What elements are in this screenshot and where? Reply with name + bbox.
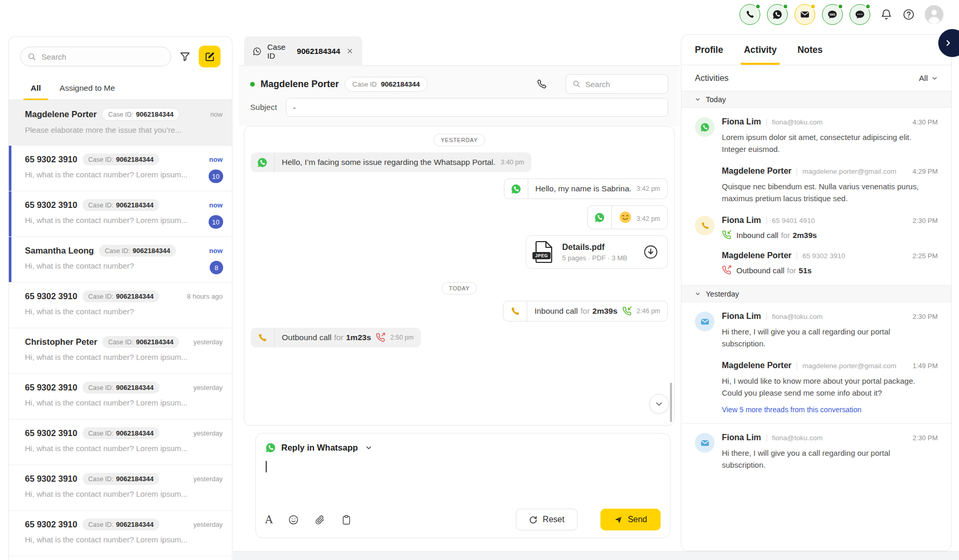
- voice-channel-button[interactable]: [739, 4, 760, 25]
- section-today[interactable]: Today: [681, 91, 951, 108]
- whatsapp-icon: [265, 442, 276, 453]
- call-label: Inbound call: [535, 306, 578, 316]
- help-icon[interactable]: [902, 8, 915, 21]
- message-time: 3:42 pm: [637, 185, 660, 193]
- icon-spacer: [695, 251, 715, 271]
- attachment-icon[interactable]: [314, 514, 325, 525]
- tab-activity[interactable]: Activity: [744, 35, 776, 65]
- icon-spacer: [695, 166, 715, 186]
- tab-profile[interactable]: Profile: [695, 35, 723, 65]
- voice-status-dot: [755, 4, 761, 9]
- sidebar-tabs: All Assigned to Me: [9, 76, 232, 100]
- conversation-name: Magdelene Porter: [25, 109, 97, 119]
- filter-button[interactable]: [180, 51, 190, 62]
- download-icon[interactable]: [643, 244, 659, 260]
- conversation-item[interactable]: 65 9302 3910 Case ID:9062184344 8 hours …: [9, 283, 232, 328]
- conversation-item[interactable]: 65 9302 3910 Case ID:9062184344 yesterda…: [9, 419, 232, 465]
- activities-filter-dropdown[interactable]: All: [919, 74, 938, 83]
- conversation-preview: Hi, what is the contact number? Lorem ip…: [25, 353, 196, 361]
- unread-badge: 10: [209, 170, 223, 183]
- conversation-item[interactable]: 65 9302 3910 Case ID:9062184344 now Hi, …: [9, 146, 232, 191]
- phone-incoming-icon: [622, 306, 632, 316]
- livechat-status-dot: [865, 4, 871, 9]
- activity-name: Fiona Lim: [722, 312, 761, 321]
- activity-contact: magdelene.porter@gmail.com: [802, 167, 896, 175]
- chat-search-input[interactable]: [585, 80, 662, 89]
- message-text: Hello, I’m facing some issue regarding t…: [282, 158, 496, 167]
- activity-contact: fiona@toku.com: [772, 118, 823, 126]
- section-yesterday[interactable]: Yesterday: [681, 285, 951, 302]
- conversation-item[interactable]: Magdelene Porter Case ID:9062184344 now …: [9, 100, 232, 146]
- tab-notes[interactable]: Notes: [798, 35, 823, 65]
- conversation-preview: Hi, what is the contact number? Lorem ip…: [25, 535, 196, 544]
- chevron-down-icon: [695, 96, 701, 102]
- file-name: Details.pdf: [562, 243, 627, 252]
- case-id-pill: Case ID:9062184344: [83, 519, 159, 530]
- message-time: 3:42 pm: [637, 215, 660, 223]
- close-icon[interactable]: [346, 47, 353, 55]
- user-avatar[interactable]: [925, 5, 943, 24]
- case-tab[interactable]: Case ID 9062184344: [244, 36, 362, 66]
- conversation-item[interactable]: 65 9302 3910 Case ID:9062184344 yesterda…: [9, 511, 232, 556]
- reset-button[interactable]: Reset: [516, 509, 578, 530]
- conversation-name: 65 9302 3910: [25, 200, 77, 210]
- conversation-list: Magdelene Porter Case ID:9062184344 now …: [9, 100, 232, 556]
- conversation-item[interactable]: 65 9302 3910 Case ID:9062184344 yesterda…: [9, 465, 232, 511]
- conversation-item[interactable]: Samantha Leong Case ID:9062184344 now Hi…: [9, 237, 232, 283]
- chevron-down-icon: [655, 400, 663, 408]
- livechat-channel-button[interactable]: [850, 4, 870, 25]
- activity-item: Fiona Limfiona@toku.com4:30 PM Lorem ips…: [681, 108, 951, 157]
- subject-input[interactable]: [286, 98, 668, 117]
- funnel-icon: [180, 51, 190, 62]
- conversation-time: yesterday: [194, 429, 223, 437]
- email-icon: [695, 312, 715, 331]
- contact-name: Magdelene Porter: [261, 79, 339, 90]
- online-status-dot: [250, 82, 255, 87]
- view-more-threads-link[interactable]: View 5 more threads from this conversati…: [722, 405, 938, 414]
- conversation-time: yesterday: [194, 475, 223, 483]
- compose-button[interactable]: [199, 46, 221, 67]
- call-label: Outbound call: [736, 266, 785, 275]
- conversation-item[interactable]: 65 9302 3910 Case ID:9062184344 yesterda…: [9, 374, 232, 419]
- date-separator: YESTERDAY: [433, 134, 485, 146]
- call-icon[interactable]: [536, 78, 547, 90]
- unread-badge: 8: [210, 261, 223, 274]
- conversation-item[interactable]: Christopher Peter Case ID:9062184344 yes…: [9, 328, 232, 374]
- sidebar-search-input[interactable]: [42, 52, 164, 61]
- template-clipboard-icon[interactable]: [341, 514, 352, 525]
- activity-name: Magdelene Porter: [722, 361, 791, 370]
- chevron-down-icon[interactable]: [365, 444, 372, 451]
- conversation-time: now: [209, 247, 223, 255]
- message-thread: YESTERDAY Hello, I’m facing some issue r…: [244, 126, 675, 426]
- message-file-attachment: JPEG Details.pdf 5 pages · PDF · 3 MB: [244, 235, 674, 269]
- whatsapp-icon: [504, 179, 528, 199]
- chat-scrollbar[interactable]: [670, 383, 672, 422]
- text-format-icon[interactable]: A: [265, 514, 272, 525]
- details-tabs: Profile Activity Notes: [681, 35, 951, 65]
- whatsapp-status-dot: [783, 4, 788, 9]
- send-button[interactable]: Send: [600, 509, 661, 530]
- chat-search[interactable]: [566, 74, 668, 94]
- activity-contact: 65 9302 3910: [802, 252, 845, 260]
- tab-all[interactable]: All: [31, 76, 41, 100]
- tab-assigned-to-me[interactable]: Assigned to Me: [60, 76, 115, 100]
- activity-text: Hi, I would like to know more about your…: [722, 375, 920, 399]
- whatsapp-channel-button[interactable]: [767, 4, 788, 25]
- activity-time: 2:30 PM: [908, 313, 938, 320]
- conversation-preview: Hi, what is the contact number?: [25, 307, 196, 316]
- call-label: Inbound call: [736, 231, 778, 240]
- conversation-name: Samantha Leong: [25, 246, 94, 256]
- scroll-to-bottom-button[interactable]: [649, 394, 669, 414]
- reply-text-area[interactable]: [265, 453, 661, 509]
- emoji-picker-icon[interactable]: [288, 514, 299, 525]
- conversation-item[interactable]: 65 9302 3910 Case ID:9062184344 now Hi, …: [9, 191, 232, 237]
- notifications-bell-icon[interactable]: [880, 8, 893, 21]
- conversation-preview: Hi, what is the contact number? Lorem ip…: [25, 398, 196, 407]
- case-tab-label: Case ID: [267, 43, 291, 60]
- unread-badge: 10: [209, 215, 223, 229]
- activity-name: Magdelene Porter: [722, 251, 791, 260]
- email-channel-button[interactable]: [794, 4, 815, 25]
- conversation-name: 65 9302 3910: [25, 428, 77, 438]
- sms-channel-button[interactable]: [822, 4, 843, 25]
- sidebar-search[interactable]: [20, 47, 171, 66]
